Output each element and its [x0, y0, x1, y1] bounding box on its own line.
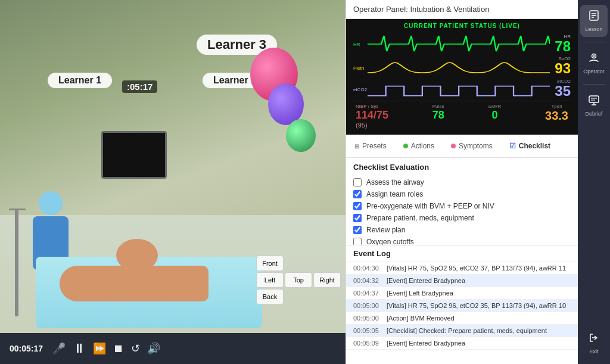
symptoms-dot [451, 144, 456, 148]
transport-time: 00:05:17 [10, 344, 45, 353]
lesson-icon [588, 10, 600, 24]
right-sidebar: Lesson Operator Debrief [578, 0, 610, 364]
debrief-icon [588, 94, 600, 109]
event-time: 00:04:30 [353, 265, 382, 272]
fast-forward-button[interactable]: ⏩ [93, 342, 106, 355]
simulation-view: Learner 3 Learner 1 :05:17 Learner 2 Fro… [0, 0, 346, 364]
microphone-icon[interactable]: 🎤 [52, 342, 66, 355]
camera-back-button[interactable]: Back [256, 289, 284, 304]
debrief-button[interactable]: Debrief [580, 89, 608, 122]
lesson-label: Lesson [585, 26, 602, 32]
camera-top-button[interactable]: Top [285, 272, 312, 288]
checklist-item-label: Prepare patient, meds, equipment [366, 214, 474, 222]
volume-button[interactable]: 🔊 [147, 342, 160, 355]
awrr-value: 0 [491, 109, 497, 122]
checklist-checkbox[interactable] [353, 226, 362, 234]
pleth-waveform [368, 58, 550, 77]
balloon3 [286, 119, 316, 152]
rewind-button[interactable]: ↺ [131, 342, 140, 355]
svg-point-5 [593, 55, 595, 57]
event-log-row: 00:04:32[Event] Entered Bradypnea [346, 275, 578, 287]
temp-value: 33.3 [545, 109, 568, 123]
checklist-item: Assign team roles [353, 188, 571, 200]
event-log-title: Event Log [346, 245, 578, 262]
awrr-section: awRR 0 [488, 104, 502, 129]
exit-button[interactable]: Exit [580, 327, 608, 359]
checklist-item: Pre-oxygenate with BVM + PEEP or NIV [353, 200, 571, 212]
nav-presets[interactable]: ⊞ Presets [346, 138, 395, 154]
event-text: [Action] BVM Removed [387, 315, 455, 322]
debrief-label: Debrief [585, 111, 602, 117]
event-log-row: 00:05:00[Vitals] HR 75, SpO2 96, etCO2 3… [346, 300, 578, 312]
pulse-section: Pulse 78 [432, 104, 444, 129]
temp-label: Tperi [551, 104, 562, 109]
vitals-values: HR 78 SpO2 93 etCO2 35 [552, 32, 573, 101]
nibp-value: 114/75 [356, 109, 388, 122]
checklist-item-label: Oxygen cutoffs [366, 238, 414, 245]
exit-icon [588, 332, 600, 347]
monitor-screen [101, 131, 167, 179]
event-text: [Event] Left Bradypnea [387, 290, 453, 297]
camera-left-button[interactable]: Left [256, 272, 284, 288]
operator-icon [588, 52, 600, 67]
status-header: CURRENT PATIENT STATUS (LIVE) [351, 23, 573, 29]
event-time: 00:05:00 [353, 302, 382, 309]
event-log-row: 00:05:05[Checklist] Checked: Prepare pat… [346, 325, 578, 337]
svg-rect-6 [589, 96, 599, 102]
event-log-row: 00:04:30[Vitals] HR 75, SpO2 95, etCO2 3… [346, 262, 578, 275]
checklist-item: Assess the airway [353, 176, 571, 188]
event-log-items: 00:04:30[Vitals] HR 75, SpO2 95, etCO2 3… [346, 262, 578, 364]
pulse-label: Pulse [432, 104, 444, 109]
nav-checklist[interactable]: ☑ Checklist [501, 138, 559, 154]
presets-label: Presets [362, 142, 387, 150]
checklist-items: Assess the airwayAssign team rolesPre-ox… [353, 176, 571, 245]
pause-button[interactable]: ⏸ [73, 341, 86, 356]
event-text: [Event] Entered Bradypnea [387, 277, 465, 284]
iv-stand-top [9, 209, 26, 210]
event-time: 00:04:32 [353, 277, 382, 284]
camera-right-button[interactable]: Right [313, 272, 341, 288]
nibp-sub: (95) [356, 122, 388, 129]
checklist-checkbox[interactable] [353, 214, 362, 222]
event-text: [Vitals] HR 75, SpO2 95, etCO2 37, BP 11… [387, 265, 566, 272]
camera-controls: Front Left Top Right Back [256, 256, 341, 304]
middle-panel: Operator Panel: Intubation & Ventilation… [346, 0, 578, 364]
operator-button[interactable]: Operator [580, 47, 608, 79]
sidebar-divider-1 [583, 42, 605, 42]
checklist-item: Prepare patient, meds, equipment [353, 212, 571, 224]
event-log-row: 00:05:09[Event] Entered Bradypnea [346, 337, 578, 350]
awrr-label: awRR [488, 104, 502, 109]
camera-front-button[interactable]: Front [256, 256, 284, 271]
operator-panel-title: Operator Panel: Intubation & Ventilation [353, 5, 489, 14]
event-text: [Checklist] Checked: Prepare patient, me… [387, 327, 547, 334]
actions-dot [403, 144, 408, 148]
left-nav: ⊞ Presets Actions Symptoms ☑ Checklist [346, 135, 578, 158]
checklist-checkbox[interactable] [353, 238, 362, 245]
checklist-content: Checklist Evaluation Assess the airwayAs… [346, 158, 578, 245]
checklist-checkbox[interactable] [353, 190, 362, 198]
transport-bar: 00:05:17 🎤 ⏸ ⏩ ⏹ ↺ 🔊 [0, 333, 346, 364]
stop-button[interactable]: ⏹ [113, 343, 124, 355]
symptoms-label: Symptoms [459, 142, 493, 150]
lesson-button[interactable]: Lesson [580, 5, 608, 37]
nav-symptoms[interactable]: Symptoms [443, 138, 501, 154]
checklist-checkbox[interactable] [353, 178, 362, 186]
pleth-waveform-label: Pleth [353, 66, 368, 71]
hr-waveform-label: HR [353, 42, 368, 47]
checklist-icon: ☑ [509, 142, 516, 150]
etco2-waveform [368, 80, 550, 99]
etco2-waveform-label: etCO2 [353, 87, 368, 92]
event-text: [Event] Entered Bradypnea [387, 340, 465, 347]
exit-label: Exit [589, 349, 598, 354]
checklist-item-label: Assign team roles [366, 190, 423, 198]
nav-actions[interactable]: Actions [395, 138, 443, 154]
checklist-checkbox[interactable] [353, 202, 362, 210]
event-log: Event Log 00:04:30[Vitals] HR 75, SpO2 9… [346, 245, 578, 364]
temp-section: Tperi 33.3 [545, 104, 568, 129]
hr-value: 78 [555, 39, 571, 54]
checklist-title: Checklist Evaluation [353, 163, 571, 172]
event-log-row: 00:05:00[Action] BVM Removed [346, 312, 578, 325]
iv-stand [15, 209, 18, 316]
event-time: 00:05:05 [353, 327, 382, 334]
event-text: [Vitals] HR 75, SpO2 96, etCO2 35, BP 11… [387, 302, 566, 309]
